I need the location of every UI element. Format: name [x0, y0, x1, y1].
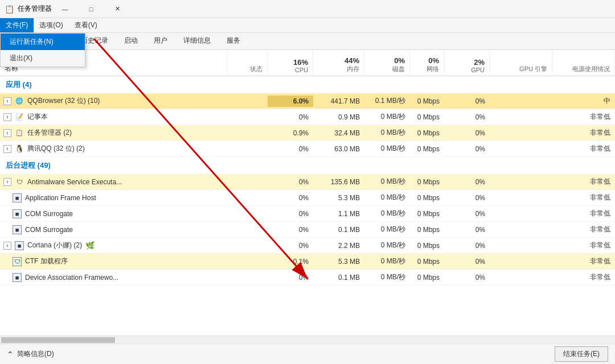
process-name: 🛡 CTF 加载程序 — [0, 255, 228, 268]
process-cpu: 0% — [268, 224, 313, 235]
col-network[interactable]: 0% 网络 — [410, 50, 444, 76]
process-network: 0 Mbps — [410, 224, 444, 235]
table-row[interactable]: ■ COM Surrogate 0% 1.1 MB 0 MB/秒 0 Mbps … — [0, 206, 615, 222]
process-memory: 2.2 MB — [313, 240, 364, 251]
tab-startup[interactable]: 启动 — [116, 33, 146, 49]
close-button[interactable]: ✕ — [104, 0, 130, 18]
h-scroll-thumb[interactable] — [1, 337, 115, 343]
process-memory: 1.1 MB — [313, 208, 364, 220]
process-status — [228, 244, 268, 247]
expand-icon[interactable]: › — [3, 178, 11, 186]
maximize-button[interactable]: □ — [78, 0, 104, 18]
menu-file[interactable]: 文件(F) — [0, 18, 34, 32]
table-row[interactable]: › ■ Cortana (小娜) (2) 🌿 0% 2.2 MB 0 MB/秒 … — [0, 238, 615, 254]
process-memory: 0.1 MB — [313, 272, 364, 283]
process-name: › 📝 记事本 — [0, 110, 228, 123]
table-row[interactable]: › 📝 记事本 0% 0.9 MB 0 MB/秒 0 Mbps 0% 非常低 — [0, 109, 615, 125]
col-cpu[interactable]: 16% CPU — [268, 50, 313, 76]
process-icon: ■ — [13, 273, 22, 282]
process-icon: ■ — [15, 241, 24, 250]
process-network: 0 Mbps — [410, 272, 444, 283]
process-name: ■ Application Frame Host — [0, 192, 228, 204]
process-gpu-engine — [490, 244, 552, 247]
process-cpu: 0% — [268, 240, 313, 251]
process-icon: 📝 — [15, 113, 24, 122]
section-apps[interactable]: 应用 (4) — [0, 76, 615, 93]
summary-label[interactable]: 简略信息(D) — [17, 349, 54, 359]
process-status — [228, 260, 268, 263]
expand-icon[interactable]: › — [3, 242, 11, 250]
process-gpu: 0% — [444, 143, 490, 155]
process-icon: ■ — [13, 193, 22, 202]
eco-icon: 🌿 — [85, 241, 95, 250]
table-row[interactable]: › 📋 任务管理器 (2) 0.9% 32.4 MB 0 MB/秒 0 Mbps… — [0, 125, 615, 141]
process-gpu: 0% — [444, 176, 490, 188]
process-name: › 🌐 QQBrowser (32 位) (10) — [0, 94, 228, 107]
process-power: 非常低 — [552, 175, 615, 188]
expand-icon[interactable]: › — [3, 129, 11, 137]
process-gpu: 0% — [444, 224, 490, 235]
process-icon: 🛡 — [15, 177, 24, 187]
tab-details[interactable]: 详细信息 — [175, 33, 219, 49]
expand-icon[interactable]: › — [3, 97, 11, 105]
expand-icon[interactable]: › — [3, 145, 11, 153]
end-task-button[interactable]: 结束任务(E) — [555, 346, 608, 362]
table-row[interactable]: ■ COM Surrogate 0% 0.1 MB 0 MB/秒 0 Mbps … — [0, 222, 615, 238]
process-name: › 🛡 Antimalware Service Executa... — [0, 176, 228, 188]
section-background[interactable]: 后台进程 (49) — [0, 157, 615, 174]
table-row[interactable]: ■ Device Association Framewo... 0% 0.1 M… — [0, 270, 615, 286]
summary-info[interactable]: ⌃ 简略信息(D) — [7, 349, 54, 359]
process-disk: 0 MB/秒 — [364, 191, 410, 204]
col-gpu[interactable]: 2% GPU — [444, 50, 490, 76]
process-status — [228, 276, 268, 279]
process-memory: 135.6 MB — [313, 176, 364, 188]
process-memory: 5.3 MB — [313, 192, 364, 204]
dropdown-run-new-task[interactable]: 运行新任务(N) — [1, 34, 85, 50]
process-gpu: 0% — [444, 208, 490, 220]
col-status[interactable]: 状态 — [228, 50, 268, 76]
process-gpu: 0% — [444, 111, 490, 123]
process-network: 0 Mbps — [410, 96, 444, 107]
process-gpu: 0% — [444, 240, 490, 251]
tab-users[interactable]: 用户 — [146, 33, 175, 49]
title-bar: 📋 任务管理器 — □ ✕ — [0, 0, 615, 18]
dropdown-exit[interactable]: 退出(X) — [1, 50, 85, 67]
process-cpu: 0% — [268, 143, 313, 155]
table-row[interactable]: ■ Application Frame Host 0% 5.3 MB 0 MB/… — [0, 190, 615, 206]
process-cpu: 0% — [268, 192, 313, 204]
menu-bar: 文件(F) 选项(O) 查看(V) 运行新任务(N) 退出(X) — [0, 18, 615, 33]
process-name: ■ Device Association Framewo... — [0, 271, 228, 284]
tab-services[interactable]: 服务 — [219, 33, 248, 49]
chevron-up-icon: ⌃ — [7, 350, 14, 359]
table-row[interactable]: › 🌐 QQBrowser (32 位) (10) 6.0% 441.7 MB … — [0, 93, 615, 109]
expand-icon[interactable]: › — [3, 113, 11, 121]
col-memory[interactable]: 44% 内存 — [313, 50, 364, 76]
process-network: 0 Mbps — [410, 111, 444, 123]
process-gpu-engine — [490, 196, 552, 200]
process-network: 0 Mbps — [410, 176, 444, 188]
process-status — [228, 212, 268, 216]
process-gpu-engine — [490, 276, 552, 279]
process-cpu: 0% — [268, 208, 313, 220]
process-disk: 0 MB/秒 — [364, 255, 410, 268]
process-list[interactable]: 应用 (4) › 🌐 QQBrowser (32 位) (10) 6.0% 44… — [0, 76, 615, 336]
table-row[interactable]: › 🐧 腾讯QQ (32 位) (2) 0% 63.0 MB 0 MB/秒 0 … — [0, 141, 615, 157]
horizontal-scrollbar[interactable] — [0, 336, 615, 344]
process-power: 非常低 — [552, 271, 615, 284]
col-gpu-engine[interactable]: GPU 引擎 — [490, 50, 552, 76]
table-row[interactable]: 🛡 CTF 加载程序 0.1% 5.3 MB 0 MB/秒 0 Mbps 0% … — [0, 254, 615, 270]
process-icon: ■ — [13, 209, 22, 218]
menu-options[interactable]: 选项(O) — [34, 18, 68, 32]
tab-bar: 进程 性能 应用历史记录 启动 用户 详细信息 服务 — [0, 33, 615, 50]
process-disk: 0 MB/秒 — [364, 126, 410, 139]
menu-view[interactable]: 查看(V) — [69, 18, 103, 32]
col-disk[interactable]: 0% 磁盘 — [364, 50, 410, 76]
col-power[interactable]: 电源使用情况 — [552, 50, 615, 76]
minimize-button[interactable]: — — [52, 0, 78, 18]
process-disk: 0 MB/秒 — [364, 175, 410, 188]
process-cpu: 0% — [268, 272, 313, 283]
process-memory: 5.3 MB — [313, 256, 364, 267]
table-row[interactable]: › 🛡 Antimalware Service Executa... 0% 13… — [0, 174, 615, 190]
process-power: 非常低 — [552, 191, 615, 204]
process-icon: ■ — [13, 225, 22, 234]
